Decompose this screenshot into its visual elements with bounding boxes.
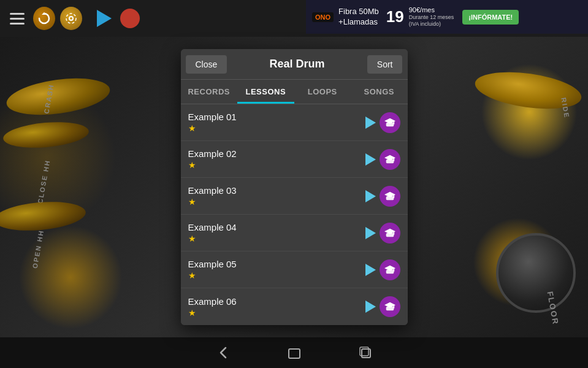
svg-rect-8 — [393, 158, 394, 161]
settings-icon — [65, 12, 77, 25]
settings-button[interactable] — [60, 7, 82, 29]
bottom-nav — [0, 337, 588, 368]
item-actions-0 — [365, 112, 400, 133]
modal-close-button[interactable]: Close — [186, 55, 227, 74]
graduation-icon — [384, 228, 395, 239]
refresh-button[interactable] — [33, 7, 55, 29]
item-actions-4 — [365, 259, 400, 280]
list-item: Example 06 ★ — [181, 288, 408, 325]
modal-header: Close Real Drum Sort — [181, 49, 408, 80]
play-icon — [97, 10, 112, 27]
list-item: Example 01 ★ — [181, 104, 408, 141]
graduation-icon — [384, 264, 395, 275]
svg-rect-22 — [362, 349, 370, 358]
svg-rect-17 — [393, 268, 394, 271]
list-item: Example 03 ★ — [181, 178, 408, 215]
tab-songs[interactable]: SONGS — [351, 80, 408, 104]
play-item-button-1[interactable] — [365, 153, 376, 166]
modal-list: Example 01 ★ Example 02 ★ — [181, 104, 408, 325]
lesson-item-button-5[interactable] — [380, 296, 400, 317]
lesson-item-button-0[interactable] — [380, 112, 400, 133]
play-item-button-4[interactable] — [365, 264, 376, 276]
lesson-item-button-4[interactable] — [380, 259, 400, 280]
item-info-0: Example 01 ★ — [188, 112, 237, 133]
svg-point-1 — [69, 17, 73, 20]
item-info-3: Example 04 ★ — [188, 222, 237, 243]
item-star-1: ★ — [188, 160, 237, 170]
item-star-0: ★ — [188, 123, 237, 133]
modal-overlay: Close Real Drum Sort RECORDS LESSONS LOO… — [0, 37, 588, 337]
svg-rect-5 — [393, 121, 394, 124]
item-info-2: Example 03 ★ — [188, 185, 237, 207]
item-actions-3 — [365, 223, 400, 243]
lesson-item-button-3[interactable] — [380, 223, 400, 243]
item-title-0: Example 01 — [188, 112, 237, 122]
graduation-icon — [384, 117, 395, 128]
refresh-icon — [37, 12, 51, 25]
menu-button[interactable] — [6, 7, 28, 29]
play-item-button-0[interactable] — [365, 117, 376, 129]
record-button[interactable] — [119, 7, 141, 29]
svg-rect-21 — [289, 349, 300, 358]
lesson-item-button-2[interactable] — [380, 186, 400, 207]
modal-sort-button[interactable]: Sort — [367, 55, 403, 74]
nav-recents-button[interactable] — [354, 342, 376, 364]
lesson-item-button-1[interactable] — [380, 149, 400, 170]
svg-point-2 — [66, 13, 76, 23]
modal-title: Real Drum — [270, 58, 325, 71]
graduation-icon — [384, 154, 395, 165]
play-button[interactable] — [92, 7, 114, 29]
list-item: Example 02 ★ — [181, 141, 408, 178]
item-title-2: Example 03 — [188, 185, 237, 196]
item-info-1: Example 02 ★ — [188, 148, 237, 170]
record-icon — [120, 9, 140, 28]
item-star-3: ★ — [188, 234, 237, 243]
modal-tabs: RECORDS LESSONS LOOPS SONGS — [181, 80, 408, 104]
play-item-button-2[interactable] — [365, 190, 376, 202]
play-item-button-5[interactable] — [365, 301, 376, 313]
graduation-icon — [384, 191, 395, 202]
item-title-4: Example 05 — [188, 259, 237, 269]
item-title-3: Example 04 — [188, 222, 237, 232]
modal-dialog: Close Real Drum Sort RECORDS LESSONS LOO… — [181, 49, 408, 325]
item-title-5: Example 06 — [188, 296, 237, 307]
svg-rect-14 — [393, 231, 394, 234]
item-star-2: ★ — [188, 197, 237, 207]
ad-text: Fibra 50Mb +Llamadas — [338, 7, 379, 28]
item-info-5: Example 06 ★ — [188, 296, 237, 318]
ad-cta-button[interactable]: ¡INFÓRMATE! — [462, 10, 519, 25]
item-star-4: ★ — [188, 270, 237, 280]
item-actions-5 — [365, 296, 400, 317]
ad-price-detail: 90€/mes Durante 12 meses (IVA incluido) — [409, 6, 454, 28]
list-item: Example 05 ★ — [181, 251, 408, 288]
tab-records[interactable]: RECORDS — [181, 80, 238, 104]
nav-back-button[interactable] — [212, 342, 234, 364]
home-icon — [286, 344, 303, 361]
item-star-5: ★ — [188, 308, 237, 318]
graduation-icon — [384, 301, 395, 312]
svg-rect-11 — [393, 194, 394, 197]
item-actions-2 — [365, 186, 400, 207]
item-actions-1 — [365, 149, 400, 170]
nav-home-button[interactable] — [283, 342, 305, 364]
list-item: Example 04 ★ — [181, 215, 408, 251]
tab-lessons[interactable]: LESSONS — [237, 80, 294, 104]
tab-loops[interactable]: LOOPS — [294, 80, 351, 104]
ad-banner: ONO Fibra 50Mb +Llamadas 19 90€/mes Dura… — [306, 0, 588, 34]
ad-logo: ONO — [312, 12, 334, 22]
item-title-1: Example 02 — [188, 148, 237, 159]
play-item-button-3[interactable] — [365, 227, 376, 239]
item-info-4: Example 05 ★ — [188, 259, 237, 280]
svg-rect-20 — [393, 305, 394, 308]
back-icon — [215, 344, 232, 361]
ad-price: 19 — [386, 7, 404, 26]
recents-icon — [357, 344, 374, 361]
